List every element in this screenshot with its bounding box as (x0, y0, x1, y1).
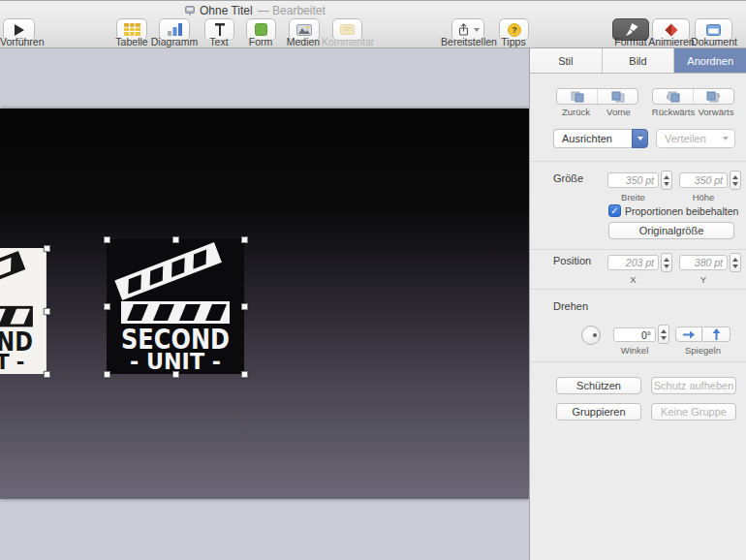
play-icon (14, 24, 24, 36)
align-dropdown[interactable]: Ausrichten (553, 129, 648, 148)
position-x-stepper[interactable] (661, 253, 672, 272)
layer-backward-icon (666, 91, 680, 103)
selection-handle[interactable] (44, 371, 50, 378)
slide-canvas[interactable]: SECOND - UNIT - SECOND - UN (0, 48, 529, 560)
width-field[interactable]: 350 pt (607, 172, 659, 188)
flip-vertical-icon (712, 328, 721, 340)
ungroup-button[interactable]: Keine Gruppe (651, 403, 736, 420)
width-field-label: Breite (607, 192, 659, 202)
divider (530, 161, 746, 162)
divider (530, 289, 746, 290)
help-icon: ? (508, 23, 521, 37)
chevron-down-icon (637, 137, 643, 140)
position-x-label: X (607, 274, 659, 285)
comment-icon (340, 24, 355, 35)
selection-handle[interactable] (44, 308, 50, 315)
layer-forward-icon (706, 91, 721, 103)
play-button-label: Vorführen (0, 36, 43, 47)
zorder-group-back-front (556, 88, 638, 105)
position-x-field[interactable]: 203 pt (607, 255, 659, 270)
chart-icon (168, 23, 182, 36)
chevron-down-icon (474, 28, 480, 32)
flip-horizontal-icon (683, 330, 695, 339)
rotate-section-label: Drehen (553, 300, 588, 312)
layer-back-icon (571, 91, 584, 103)
divider (530, 249, 746, 250)
height-field-label: Höhe (679, 192, 728, 202)
selection-handle[interactable] (241, 371, 248, 378)
angle-field[interactable]: 0° (613, 327, 656, 342)
media-button-label: Medien (280, 36, 326, 47)
window-title: Ohne Titel (200, 4, 253, 17)
tab-stil[interactable]: Stil (530, 48, 603, 73)
move-forward-label: Vorwärts (692, 107, 740, 117)
move-backward-button[interactable] (653, 89, 694, 104)
position-section-label: Position (553, 255, 591, 266)
lock-button[interactable]: Schützen (556, 377, 641, 394)
titlebar: Ohne Titel — Bearbeitet (185, 4, 326, 17)
animate-button-label: Animieren (647, 36, 696, 47)
selection-handle[interactable] (241, 236, 248, 243)
table-icon (124, 23, 140, 36)
align-dropdown-button[interactable] (632, 129, 648, 148)
logo-text-line2: - UNIT - (0, 350, 24, 374)
flip-vertical-button[interactable] (703, 327, 730, 342)
document-proxy-icon (185, 6, 195, 16)
constrain-proportions-checkbox[interactable] (608, 204, 621, 217)
move-forward-button[interactable] (694, 89, 733, 104)
svg-text:?: ? (512, 25, 517, 35)
document-button-label: Dokument (690, 36, 738, 47)
move-to-front-button[interactable] (598, 89, 637, 104)
move-to-back-button[interactable] (557, 89, 598, 104)
rotate-dial-icon (593, 333, 597, 337)
tab-bild[interactable]: Bild (603, 48, 675, 73)
move-to-back-label: Zurück (554, 107, 598, 117)
second-unit-logo-light[interactable]: SECOND - UNIT - (0, 248, 47, 374)
shape-button-label: Form (237, 36, 284, 47)
slide[interactable]: SECOND - UNIT - SECOND - UN (0, 109, 529, 499)
tab-anordnen[interactable]: Anordnen (674, 48, 746, 73)
comment-button-label: Kommentar (322, 36, 372, 47)
distribute-dropdown[interactable]: Verteilen (656, 129, 735, 148)
text-button-label: Text (196, 36, 242, 47)
angle-stepper[interactable] (658, 325, 669, 344)
height-field[interactable]: 350 pt (679, 172, 728, 188)
selection-handle[interactable] (104, 303, 110, 310)
move-to-front-label: Vorne (597, 107, 640, 117)
chart-button-label: Diagramm (147, 36, 202, 47)
format-inspector: Stil Bild Anordnen Zurück Vorne Rückwärt… (529, 48, 746, 560)
selection-handle[interactable] (104, 371, 110, 378)
angle-label: Winkel (607, 345, 662, 356)
layer-front-icon (611, 91, 625, 103)
position-y-stepper[interactable] (730, 253, 741, 272)
unlock-button[interactable]: Schutz aufheben (651, 377, 736, 394)
selection-handle[interactable] (44, 245, 50, 252)
constrain-proportions-label: Proportionen beibehalten (625, 205, 738, 217)
window-title-status: — Bearbeitet (258, 4, 326, 17)
animate-diamond-icon (665, 23, 678, 37)
selection-handle[interactable] (172, 371, 179, 378)
format-brush-icon (624, 23, 638, 36)
tips-button-label: Tipps (490, 36, 537, 47)
media-icon (296, 24, 312, 36)
zorder-group-backward-forward (652, 88, 734, 105)
flip-label: Spiegeln (675, 345, 730, 356)
shape-icon (255, 23, 267, 36)
share-button-label: Bereitstellen (441, 36, 497, 47)
second-unit-logo-dark[interactable]: SECOND - UNIT - (107, 239, 244, 374)
window-chrome: Ohne Titel — Bearbeitet Vorführen Tabell… (0, 0, 746, 48)
original-size-button[interactable]: Originalgröße (608, 222, 734, 239)
flip-horizontal-button[interactable] (675, 327, 702, 342)
rotate-dial[interactable] (581, 326, 601, 345)
group-button[interactable]: Gruppieren (556, 403, 641, 420)
height-stepper[interactable] (730, 171, 741, 190)
align-dropdown-label: Ausrichten (553, 129, 632, 148)
position-y-label: Y (679, 274, 728, 285)
position-y-field[interactable]: 380 pt (679, 255, 728, 270)
chevron-down-icon (723, 137, 729, 140)
divider (530, 361, 746, 362)
selection-handle[interactable] (104, 236, 110, 243)
selection-handle[interactable] (241, 303, 248, 310)
selection-handle[interactable] (172, 236, 179, 243)
width-stepper[interactable] (661, 171, 672, 190)
